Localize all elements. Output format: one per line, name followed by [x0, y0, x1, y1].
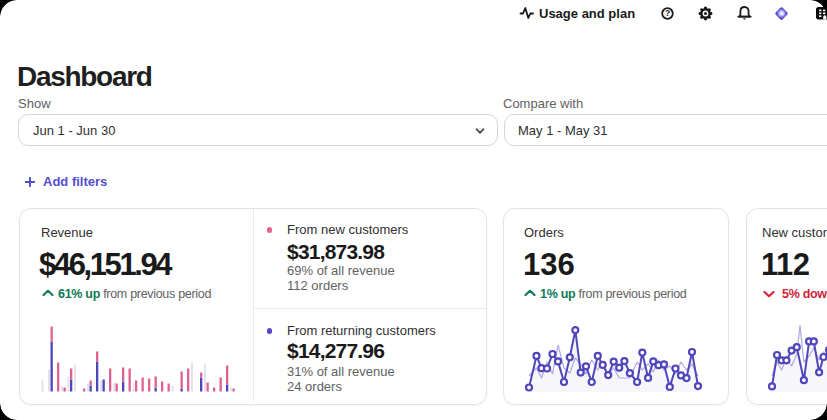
- svg-text:?: ?: [665, 8, 670, 18]
